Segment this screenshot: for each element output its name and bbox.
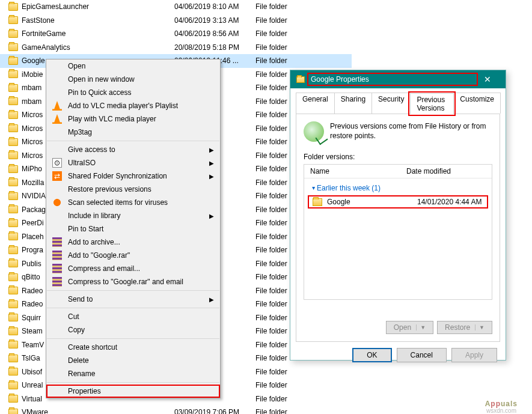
menu-restore-previous[interactable]: Restore previous versions bbox=[46, 183, 220, 196]
file-row[interactable]: FastStone04/06/2019 3:13 AMFile folder bbox=[0, 14, 352, 28]
apply-button[interactable]: Apply bbox=[451, 348, 497, 362]
folder-icon bbox=[8, 97, 18, 105]
menu-send-to[interactable]: Send to▶ bbox=[46, 293, 220, 306]
ok-button[interactable]: OK bbox=[352, 348, 391, 362]
menu-give-access-to[interactable]: Give access to▶ bbox=[46, 143, 220, 156]
vlc-icon bbox=[52, 114, 62, 124]
folder-icon bbox=[8, 165, 18, 173]
menu-separator bbox=[47, 290, 219, 291]
chevron-down-icon: ▸ bbox=[311, 187, 317, 190]
menu-scan-viruses[interactable]: Scan selected items for viruses bbox=[46, 196, 220, 209]
button-label: Open bbox=[394, 323, 411, 332]
menu-shared-folder-sync[interactable]: ⇄Shared Folder Synchronization▶ bbox=[46, 169, 220, 183]
version-item[interactable]: Google 14/01/2020 4:44 AM bbox=[309, 196, 487, 207]
menu-vlc-add-playlist[interactable]: Add to VLC media player's Playlist bbox=[46, 99, 220, 112]
folder-icon bbox=[8, 30, 18, 38]
dropdown-arrow-icon[interactable]: ▼ bbox=[416, 324, 426, 330]
file-type: File folder bbox=[255, 43, 352, 52]
tab-general[interactable]: General bbox=[296, 93, 335, 114]
menu-cut[interactable]: Cut bbox=[46, 310, 220, 323]
folder-versions-list: Name Date modified ▸Earlier this week (1… bbox=[304, 164, 492, 300]
ultraiso-icon: ⊙ bbox=[52, 158, 62, 168]
folder-icon bbox=[8, 138, 18, 146]
menu-add-to-archive[interactable]: Add to archive... bbox=[46, 236, 220, 249]
menu-vlc-play[interactable]: Play with VLC media player bbox=[46, 112, 220, 126]
close-icon[interactable]: ✕ bbox=[475, 75, 500, 84]
folder-icon bbox=[8, 43, 18, 51]
file-row[interactable]: VMware03/09/2019 7:06 PMFile folder bbox=[0, 406, 352, 414]
menu-create-shortcut[interactable]: Create shortcut bbox=[46, 341, 220, 354]
menu-properties[interactable]: Properties bbox=[46, 385, 220, 398]
menu-mp3tag[interactable]: Mp3tag bbox=[46, 126, 220, 139]
menu-open[interactable]: Open bbox=[46, 59, 220, 73]
folder-icon bbox=[8, 70, 18, 78]
file-row[interactable]: FortniteGame04/06/2019 8:56 AMFile folde… bbox=[0, 27, 352, 41]
menu-label: Shared Folder Synchronization bbox=[68, 172, 167, 180]
file-row[interactable]: EpicGamesLauncher04/06/2019 8:10 AMFile … bbox=[0, 0, 352, 14]
dropdown-arrow-icon[interactable]: ▼ bbox=[475, 324, 485, 330]
folder-icon bbox=[8, 395, 18, 403]
menu-rename[interactable]: Rename bbox=[46, 367, 220, 380]
version-group-header[interactable]: ▸Earlier this week (1) bbox=[304, 182, 492, 194]
folder-icon bbox=[8, 84, 18, 92]
dialog-footer: OK Cancel Apply bbox=[290, 348, 506, 370]
folder-icon bbox=[8, 368, 18, 376]
file-type: File folder bbox=[255, 381, 352, 389]
cancel-button[interactable]: Cancel bbox=[397, 348, 447, 362]
menu-add-to-google-rar[interactable]: Add to "Google.rar" bbox=[46, 249, 220, 262]
column-name[interactable]: Name bbox=[310, 167, 406, 175]
menu-label: Open in new window bbox=[68, 75, 135, 84]
folder-icon bbox=[8, 327, 18, 335]
submenu-arrow-icon: ▶ bbox=[209, 296, 214, 303]
tab-previous-versions[interactable]: Previous Versions bbox=[410, 93, 454, 114]
dialog-title: Google Properties bbox=[310, 75, 475, 84]
file-name: FortniteGame bbox=[22, 29, 174, 38]
list-header[interactable]: Name Date modified bbox=[304, 165, 492, 178]
file-type: File folder bbox=[255, 16, 352, 25]
properties-dialog: Google Properties ✕ General Sharing Secu… bbox=[290, 70, 506, 361]
tab-security[interactable]: Security bbox=[371, 93, 411, 114]
winrar-icon bbox=[52, 251, 62, 260]
menu-label: Mp3tag bbox=[68, 128, 92, 136]
menu-label: Compress to "Google.rar" and email bbox=[68, 278, 183, 286]
file-name: FastStone bbox=[22, 16, 174, 25]
menu-separator bbox=[47, 308, 219, 308]
file-type: File folder bbox=[255, 395, 352, 403]
menu-include-in-library[interactable]: Include in library▶ bbox=[46, 209, 220, 222]
file-date: 04/06/2019 8:56 AM bbox=[174, 29, 255, 38]
menu-label: Open bbox=[68, 62, 85, 70]
menu-label: Add to "Google.rar" bbox=[68, 251, 130, 260]
tab-sharing[interactable]: Sharing bbox=[334, 93, 372, 114]
folder-icon bbox=[8, 341, 18, 349]
menu-label: Pin to Start bbox=[68, 225, 103, 233]
file-type: File folder bbox=[255, 29, 352, 38]
open-version-button[interactable]: Open▼ bbox=[386, 321, 433, 334]
folder-icon bbox=[8, 57, 18, 65]
menu-compress-google-email[interactable]: Compress to "Google.rar" and email bbox=[46, 275, 220, 288]
menu-pin-to-start[interactable]: Pin to Start bbox=[46, 222, 220, 236]
menu-label: Add to archive... bbox=[68, 238, 120, 246]
menu-open-new-window[interactable]: Open in new window bbox=[46, 73, 220, 86]
file-row[interactable]: GameAnalytics20/08/2019 5:18 PMFile fold… bbox=[0, 41, 352, 55]
menu-ultraiso[interactable]: ⊙UltraISO▶ bbox=[46, 156, 220, 169]
file-type: File folder bbox=[255, 408, 352, 414]
folder-icon bbox=[8, 273, 18, 281]
menu-label: Properties bbox=[68, 387, 101, 395]
menu-delete[interactable]: Delete bbox=[46, 354, 220, 367]
submenu-arrow-icon: ▶ bbox=[209, 173, 214, 180]
dialog-titlebar[interactable]: Google Properties ✕ bbox=[290, 70, 506, 88]
menu-label: Pin to Quick access bbox=[68, 88, 131, 97]
restore-version-button[interactable]: Restore▼ bbox=[437, 321, 492, 334]
menu-compress-email[interactable]: Compress and email... bbox=[46, 262, 220, 275]
folder-icon bbox=[8, 192, 18, 200]
folder-icon bbox=[8, 16, 18, 24]
column-date-modified[interactable]: Date modified bbox=[406, 167, 451, 175]
menu-copy[interactable]: Copy bbox=[46, 323, 220, 336]
file-date: 03/09/2019 7:06 PM bbox=[174, 408, 255, 414]
menu-label: Scan selected items for viruses bbox=[68, 198, 168, 207]
tab-customize[interactable]: Customize bbox=[453, 93, 501, 114]
watermark-source: wsxdn.com bbox=[486, 407, 516, 414]
dialog-body: General Sharing Security Previous Versio… bbox=[290, 88, 506, 348]
menu-label: Send to bbox=[68, 295, 93, 303]
menu-pin-quick-access[interactable]: Pin to Quick access bbox=[46, 86, 220, 99]
